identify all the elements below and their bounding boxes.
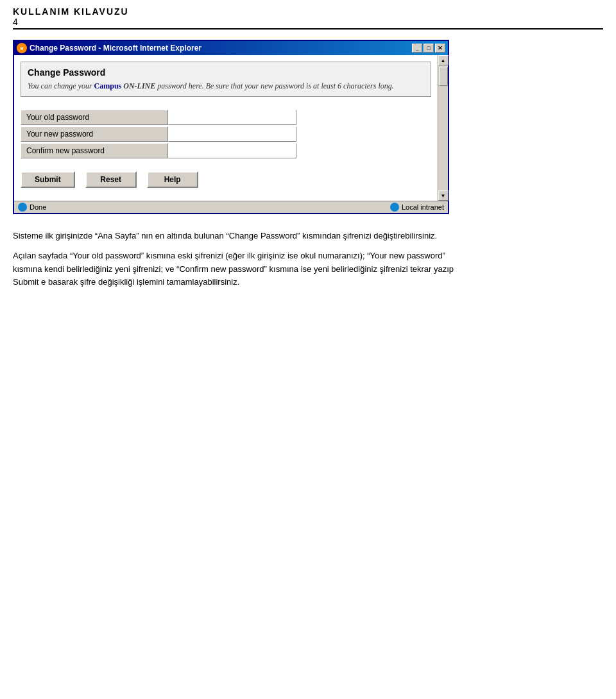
scroll-thumb[interactable] — [439, 67, 448, 86]
statusbar-done: Done — [18, 203, 46, 212]
statusbar-zone: Local intranet — [390, 203, 444, 212]
confirm-password-label: Confirm new password — [21, 143, 168, 158]
old-password-row: Your old password — [21, 110, 431, 125]
form-header-box: Change Password You can change your Camp… — [21, 62, 431, 97]
scroll-up-arrow[interactable]: ▲ — [438, 55, 449, 65]
help-button[interactable]: Help — [147, 171, 198, 188]
new-password-label: Your new password — [21, 126, 168, 142]
form-title: Change Password — [28, 67, 424, 78]
form-desc-part1: You can change your — [28, 81, 94, 90]
form-buttons: Submit Reset Help — [21, 171, 431, 188]
ie-titlebar-buttons[interactable]: _ □ ✕ — [412, 44, 445, 53]
ie-app-icon: e — [17, 43, 27, 53]
statusbar-zone-text: Local intranet — [402, 203, 444, 211]
scroll-down-arrow[interactable]: ▼ — [438, 190, 449, 201]
ie-minimize-button[interactable]: _ — [412, 44, 422, 53]
reset-button[interactable]: Reset — [85, 171, 137, 188]
form-campus-text: Campus — [94, 81, 122, 90]
ie-main-content: Change Password You can change your Camp… — [14, 55, 438, 201]
body-paragraph-1: Sisteme ilk girişinizde “Ana Sayfa” nın … — [13, 230, 462, 243]
confirm-password-row: Confirm new password — [21, 143, 431, 158]
manual-title: KULLANIM KILAVUZU — [13, 6, 603, 17]
form-online-text: ON-LINE — [123, 81, 155, 90]
password-form-fields: Your old password Your new password Conf… — [21, 110, 431, 158]
ie-statusbar: Done Local intranet — [14, 201, 448, 213]
statusbar-zone-icon — [390, 203, 399, 212]
ie-content-area: Change Password You can change your Camp… — [14, 55, 448, 201]
form-description: You can change your Campus ON-LINE passw… — [28, 81, 424, 91]
form-desc-part2: password here. Be sure that your new pas… — [155, 81, 394, 90]
submit-button[interactable]: Submit — [21, 171, 75, 188]
statusbar-icon — [18, 203, 27, 212]
page-number: 4 — [13, 17, 603, 27]
body-text-area: Sisteme ilk girişinizde “Ana Sayfa” nın … — [13, 230, 462, 289]
ie-titlebar: e Change Password - Microsoft Internet E… — [14, 41, 448, 55]
new-password-input[interactable] — [168, 126, 296, 142]
ie-window-title: Change Password - Microsoft Internet Exp… — [30, 44, 201, 53]
old-password-label: Your old password — [21, 110, 168, 125]
old-password-input[interactable] — [168, 110, 296, 125]
confirm-password-input[interactable] — [168, 143, 296, 158]
page-header: KULLANIM KILAVUZU 4 — [13, 6, 603, 29]
ie-maximize-button[interactable]: □ — [424, 44, 434, 53]
ie-titlebar-left: e Change Password - Microsoft Internet E… — [17, 43, 201, 53]
ie-close-button[interactable]: ✕ — [435, 44, 445, 53]
ie-scrollbar[interactable]: ▲ ▼ — [438, 55, 448, 201]
ie-browser-window: e Change Password - Microsoft Internet E… — [13, 40, 449, 214]
statusbar-done-text: Done — [30, 203, 46, 211]
body-paragraph-2: Açılan sayfada “Your old password” kısmı… — [13, 249, 462, 289]
new-password-row: Your new password — [21, 126, 431, 142]
